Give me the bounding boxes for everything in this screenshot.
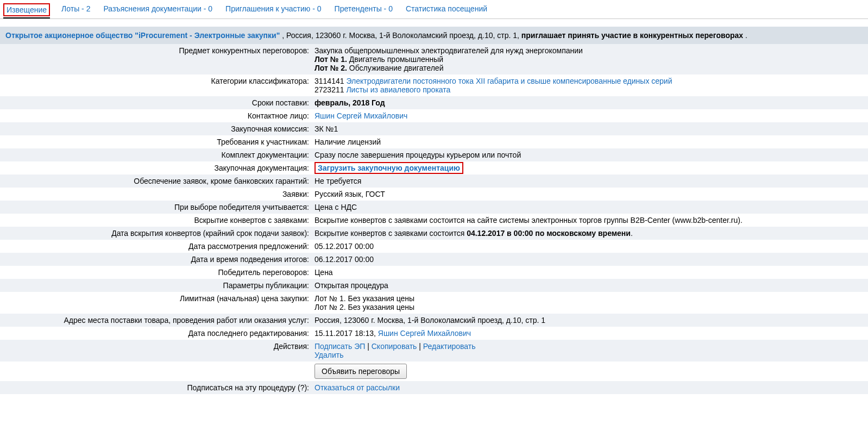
label-result-date: Дата и время подведения итогов: xyxy=(5,255,312,264)
action-copy-link[interactable]: Скопировать xyxy=(372,342,417,351)
label-requirements: Требования к участникам: xyxy=(5,138,312,146)
tabs-bar: Извещение Лоты - 2 Разъяснения документа… xyxy=(0,0,868,19)
announcement-header: Открытое акционерное общество "iProcurem… xyxy=(0,27,868,44)
details-table: Предмет конкурентных переговоров: Закупк… xyxy=(0,44,868,394)
unsubscribe-link[interactable]: Отказаться от рассылки xyxy=(315,383,400,392)
label-security: Обеспечение заявок, кроме банковских гар… xyxy=(5,177,312,185)
opening-date-prefix: Вскрытие конвертов с заявками состоится xyxy=(315,229,467,238)
label-categories: Категории классификатора: xyxy=(5,77,312,85)
action-edit-link[interactable]: Редактировать xyxy=(423,342,476,351)
row-delivery: Сроки поставки: февраль, 2018 Год xyxy=(0,96,868,109)
row-review-date: Дата рассмотрения предложений: 05.12.201… xyxy=(0,240,868,253)
label-delivery: Сроки поставки: xyxy=(5,98,312,107)
label-subscribe: Подписаться на эту процедуру (?): xyxy=(5,383,312,392)
row-categories: Категории классификатора: 3114141 Электр… xyxy=(0,74,868,96)
row-pub-params: Параметры публикации: Открытая процедура xyxy=(0,279,868,292)
label-review-date: Дата рассмотрения предложений: xyxy=(5,242,312,251)
action-delete-link[interactable]: Удалить xyxy=(315,351,343,359)
value-announce: Объявить переговоры xyxy=(312,364,863,379)
tab-candidates[interactable]: Претенденты - 0 xyxy=(333,3,394,14)
last-edit-user-link[interactable]: Яшин Сергей Михайлович xyxy=(378,329,471,338)
value-opening: Вскрытие конвертов с заявками состоится … xyxy=(312,216,863,225)
category-code-1: 3114141 xyxy=(315,77,346,85)
category-link-1[interactable]: Электродвигатели постоянного тока XII га… xyxy=(346,77,672,85)
action-sign-link[interactable]: Подписать ЭП xyxy=(315,342,365,351)
delivery-value: февраль, 2018 Год xyxy=(315,98,385,107)
lot2-label: Лот № 2. xyxy=(315,64,347,72)
value-limit-price: Лот № 1. Без указания цены Лот № 2. Без … xyxy=(312,294,863,311)
announce-button[interactable]: Объявить переговоры xyxy=(315,364,407,379)
organizer-link[interactable]: Открытое акционерное общество "iProcurem… xyxy=(5,31,280,40)
invitation-text: приглашает принять участие в конкурентны… xyxy=(521,31,743,40)
tab-visit-stats[interactable]: Статистика посещений xyxy=(404,3,489,14)
value-subject: Закупка общепромышленных электродвигател… xyxy=(312,46,863,72)
label-docset: Комплект документации: xyxy=(5,151,312,159)
label-last-edit: Дата последнего редактирования: xyxy=(5,329,312,338)
label-actions: Действия: xyxy=(5,342,312,351)
value-delivery-addr: Россия, 123060 г. Москва, 1-й Волоколамс… xyxy=(312,316,863,325)
lot1-label: Лот № 1. xyxy=(315,55,347,64)
label-delivery-addr: Адрес места поставки товара, проведения … xyxy=(5,316,312,325)
row-delivery-addr: Адрес места поставки товара, проведения … xyxy=(0,314,868,327)
label-applications: Заявки: xyxy=(5,190,312,198)
value-applications: Русский язык, ГОСТ xyxy=(312,190,863,198)
row-commission: Закупочная комиссия: ЗК №1 xyxy=(0,122,868,135)
row-applications: Заявки: Русский язык, ГОСТ xyxy=(0,188,868,201)
row-subscribe: Подписаться на эту процедуру (?): Отказа… xyxy=(0,381,868,394)
value-security: Не требуется xyxy=(312,177,863,185)
value-commission: ЗК №1 xyxy=(312,124,863,133)
value-winner: Цена xyxy=(312,268,863,277)
limit-price-line1: Лот № 1. Без указания цены xyxy=(315,294,414,303)
actions-sep2: | xyxy=(417,342,423,351)
tab-notice[interactable]: Извещение xyxy=(3,3,50,16)
row-procdocs: Закупочная документация: Загрузить закуп… xyxy=(0,161,868,175)
value-delivery: февраль, 2018 Год xyxy=(312,98,863,107)
limit-price-line2: Лот № 2. Без указания цены xyxy=(315,303,414,311)
actions-sep1: | xyxy=(365,342,371,351)
label-subject: Предмет конкурентных переговоров: xyxy=(5,46,312,55)
download-procurement-docs-link[interactable]: Загрузить закупочную документацию xyxy=(315,162,463,174)
value-review-date: 05.12.2017 00:00 xyxy=(312,242,863,251)
category-code-2: 2723211 xyxy=(315,85,346,94)
row-limit-price: Лимитная (начальная) цена закупки: Лот №… xyxy=(0,292,868,314)
value-subscribe: Отказаться от рассылки xyxy=(312,383,863,392)
value-winner-criteria: Цена с НДС xyxy=(312,203,863,211)
label-procdocs: Закупочная документация: xyxy=(5,164,312,172)
subject-text: Закупка общепромышленных электродвигател… xyxy=(315,46,583,55)
row-docset: Комплект документации: Сразу после завер… xyxy=(0,148,868,161)
value-opening-date: Вскрытие конвертов с заявками состоится … xyxy=(312,229,863,238)
opening-date-bold: 04.12.2017 в 00:00 по московскому времен… xyxy=(467,229,631,238)
lot1-text: Двигатель промышленный xyxy=(347,55,443,64)
invitation-tail: . xyxy=(745,31,747,40)
row-opening-date: Дата вскрытия конвертов (крайний срок по… xyxy=(0,227,868,240)
value-docset: Сразу после завершения процедуры курьеро… xyxy=(312,151,863,159)
row-actions: Действия: Подписать ЭП | Скопировать | Р… xyxy=(0,340,868,362)
row-opening: Вскрытие конвертов с заявками: Вскрытие … xyxy=(0,214,868,227)
label-winner-criteria: При выборе победителя учитывается: xyxy=(5,203,312,211)
value-categories: 3114141 Электродвигатели постоянного ток… xyxy=(312,77,863,94)
value-last-edit: 15.11.2017 18:13, Яшин Сергей Михайлович xyxy=(312,329,863,338)
value-procdocs: Загрузить закупочную документацию xyxy=(312,164,863,172)
row-result-date: Дата и время подведения итогов: 06.12.20… xyxy=(0,253,868,266)
row-subject: Предмет конкурентных переговоров: Закупк… xyxy=(0,44,868,74)
label-limit-price: Лимитная (начальная) цена закупки: xyxy=(5,294,312,303)
contact-link[interactable]: Яшин Сергей Михайлович xyxy=(315,111,407,120)
organizer-address: , Россия, 123060 г. Москва, 1-й Волокола… xyxy=(282,31,521,40)
label-opening: Вскрытие конвертов с заявками: xyxy=(5,216,312,225)
opening-date-suffix: . xyxy=(631,229,633,238)
tab-lots[interactable]: Лоты - 2 xyxy=(60,3,92,14)
label-pub-params: Параметры публикации: xyxy=(5,281,312,290)
row-winner-criteria: При выборе победителя учитывается: Цена … xyxy=(0,201,868,214)
category-link-2[interactable]: Листы из авиалевого проката xyxy=(346,85,450,94)
label-winner: Победитель переговоров: xyxy=(5,268,312,277)
row-winner: Победитель переговоров: Цена xyxy=(0,266,868,279)
row-requirements: Требования к участникам: Наличие лицензи… xyxy=(0,135,868,148)
row-announce: Объявить переговоры xyxy=(0,362,868,381)
value-actions: Подписать ЭП | Скопировать | Редактирова… xyxy=(312,342,863,359)
label-contact: Контактное лицо: xyxy=(5,111,312,120)
lot2-text: Обслуживание двигателей xyxy=(347,64,444,72)
tab-doc-clarifications[interactable]: Разъяснения документации - 0 xyxy=(102,3,214,14)
value-result-date: 06.12.2017 00:00 xyxy=(312,255,863,264)
row-last-edit: Дата последнего редактирования: 15.11.20… xyxy=(0,327,868,340)
tab-invitations[interactable]: Приглашения к участию - 0 xyxy=(224,3,323,14)
